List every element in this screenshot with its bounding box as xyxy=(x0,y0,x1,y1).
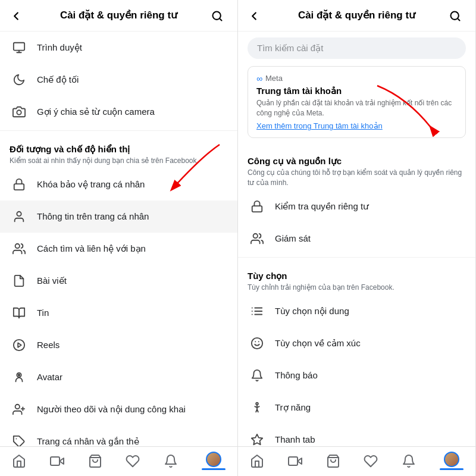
nav-home-left[interactable] xyxy=(12,454,26,468)
menu-item-browser[interactable]: Trình duyệt xyxy=(0,32,237,64)
menu-item-tag[interactable]: Trang cá nhân và gắn thẻ xyxy=(0,425,237,446)
meta-card-link[interactable]: Xem thêm trong Trung tâm tài khoản xyxy=(256,121,457,130)
right-back-button[interactable] xyxy=(248,8,264,23)
svg-marker-37 xyxy=(252,434,262,444)
svg-rect-6 xyxy=(14,184,24,190)
avatar-menu-icon xyxy=(10,368,29,387)
left-nav-avatar xyxy=(206,452,221,467)
divider-right-1 xyxy=(238,257,475,258)
doc-icon xyxy=(10,271,29,290)
menu-item-find[interactable]: Cách tìm và liên hệ với bạn xyxy=(0,233,237,265)
divider-1 xyxy=(0,130,237,131)
menu-item-content-options[interactable]: Tùy chọn nội dung xyxy=(238,295,475,327)
left-panel: Cài đặt & quyền riêng tư Trình duyệt Chế… xyxy=(0,0,238,476)
diamond-icon xyxy=(248,430,267,446)
nav-home-right[interactable] xyxy=(250,454,264,468)
svg-marker-40 xyxy=(298,458,302,464)
right-nav-avatar xyxy=(444,452,459,467)
meta-logo-text: Meta xyxy=(265,74,283,83)
menu-item-accessibility[interactable]: Trợ năng xyxy=(238,392,475,424)
right-content: Tìm kiếm cài đặt ∞ Meta Trung tâm tài kh… xyxy=(238,32,475,446)
menu-item-tab[interactable]: Thanh tab xyxy=(238,424,475,446)
eye-icon xyxy=(248,229,267,248)
menu-item-monitor[interactable]: Giám sát xyxy=(238,223,475,255)
menu-item-privacy-check[interactable]: Kiểm tra quyền riêng tư xyxy=(238,190,475,223)
meta-icon: ∞ xyxy=(256,74,262,83)
menu-label-reels: Reels xyxy=(37,340,60,350)
svg-point-9 xyxy=(14,339,24,350)
svg-marker-20 xyxy=(60,458,64,464)
menu-label-lock: Khóa bảo vệ trang cá nhân xyxy=(37,179,145,190)
menu-item-reels[interactable]: Reels xyxy=(0,329,237,361)
svg-rect-41 xyxy=(289,457,298,465)
menu-label-browser: Trình duyệt xyxy=(37,42,82,53)
menu-label-notifications: Thông báo xyxy=(275,370,318,380)
svg-rect-21 xyxy=(51,457,60,465)
meta-card: ∞ Meta Trung tâm tài khoản Quản lý phần … xyxy=(248,66,466,139)
nav-video-right[interactable] xyxy=(288,454,302,468)
svg-marker-10 xyxy=(18,343,21,347)
svg-point-33 xyxy=(252,338,262,349)
svg-point-7 xyxy=(17,211,21,215)
menu-label-followers: Người theo dõi và nội dung công khai xyxy=(37,404,186,415)
search-bar[interactable]: Tìm kiếm cài đặt xyxy=(248,37,466,59)
nav-marketplace-right[interactable] xyxy=(326,454,340,468)
menu-item-posts[interactable]: Bài viết xyxy=(0,265,237,297)
bell-options-icon xyxy=(248,366,267,385)
menu-label-posts: Bài viết xyxy=(37,275,67,286)
menu-label-camera: Gợi ý chia sẻ từ cuộn camera xyxy=(37,107,155,117)
nav-marketplace-left[interactable] xyxy=(88,454,102,468)
lock-profile-icon xyxy=(10,175,29,194)
nav-avatar-right[interactable] xyxy=(440,452,464,470)
menu-item-avatar[interactable]: Avatar xyxy=(0,361,237,393)
menu-item-notifications[interactable]: Thông báo xyxy=(238,359,475,392)
reels-icon xyxy=(10,336,29,355)
section-audience-sub: Kiểm soát ai nhìn thấy nội dung bạn chia… xyxy=(10,156,228,166)
person-icon xyxy=(10,207,29,226)
left-search-button[interactable] xyxy=(211,8,228,22)
svg-point-8 xyxy=(15,243,20,248)
nav-bell-right[interactable] xyxy=(402,454,416,468)
options-section-sub: Tùy chỉnh trải nghiệm của bạn trên Faceb… xyxy=(248,283,466,293)
menu-item-news[interactable]: Tin xyxy=(0,297,237,329)
right-panel: Cài đặt & quyền riêng tư Tìm kiếm cài đặ… xyxy=(238,0,476,476)
meta-logo: ∞ Meta xyxy=(256,74,457,83)
options-section-title: Tùy chọn xyxy=(248,271,466,281)
menu-label-tag: Trang cá nhân và gắn thẻ xyxy=(37,436,139,446)
left-back-button[interactable] xyxy=(10,8,26,23)
menu-label-find: Cách tìm và liên hệ với bạn xyxy=(37,243,146,254)
menu-label-avatar: Avatar xyxy=(37,372,62,382)
svg-point-12 xyxy=(18,374,20,375)
menu-label-monitor: Giám sát xyxy=(275,233,311,243)
menu-item-camera[interactable]: Gợi ý chia sẻ từ cuộn camera xyxy=(0,96,237,128)
news-icon xyxy=(10,303,29,322)
menu-item-profile-info[interactable]: Thông tin trên trang cá nhân xyxy=(0,201,237,233)
menu-item-dark[interactable]: Chế độ tối xyxy=(0,64,237,96)
menu-item-emotion[interactable]: Tùy chọn về cảm xúc xyxy=(238,327,475,359)
people-icon xyxy=(10,239,29,258)
svg-rect-25 xyxy=(252,206,262,212)
nav-bell-left[interactable] xyxy=(164,454,178,468)
accessibility-icon xyxy=(248,398,267,417)
emoji-icon xyxy=(248,334,267,353)
menu-item-followers[interactable]: Người theo dõi và nội dung công khai xyxy=(0,393,237,425)
menu-item-lock[interactable]: Khóa bảo vệ trang cá nhân xyxy=(0,168,237,201)
meta-card-desc: Quản lý phần cài đặt tài khoản và trải n… xyxy=(256,98,457,118)
content-options-icon xyxy=(248,302,267,321)
nav-video-left[interactable] xyxy=(50,454,64,468)
svg-line-1 xyxy=(220,18,222,21)
nav-heart-left[interactable] xyxy=(126,454,140,468)
menu-label-accessibility: Trợ năng xyxy=(275,402,311,413)
right-header-title: Cài đặt & quyền riêng tư xyxy=(264,9,449,21)
follow-icon xyxy=(10,400,29,419)
nav-heart-right[interactable] xyxy=(364,454,378,468)
right-search-button[interactable] xyxy=(449,8,466,22)
nav-avatar-left[interactable] xyxy=(202,452,226,470)
tag-icon xyxy=(10,432,29,446)
options-section-header: Tùy chọn Tùy chỉnh trải nghiệm của bạn t… xyxy=(238,260,475,295)
meta-card-title: Trung tâm tài khoản xyxy=(256,86,457,96)
svg-point-13 xyxy=(15,404,20,408)
menu-label-profile-info: Thông tin trên trang cá nhân xyxy=(37,211,149,221)
tools-section-title: Công cụ và nguồn lực xyxy=(248,156,466,167)
right-bottom-nav xyxy=(238,446,475,476)
